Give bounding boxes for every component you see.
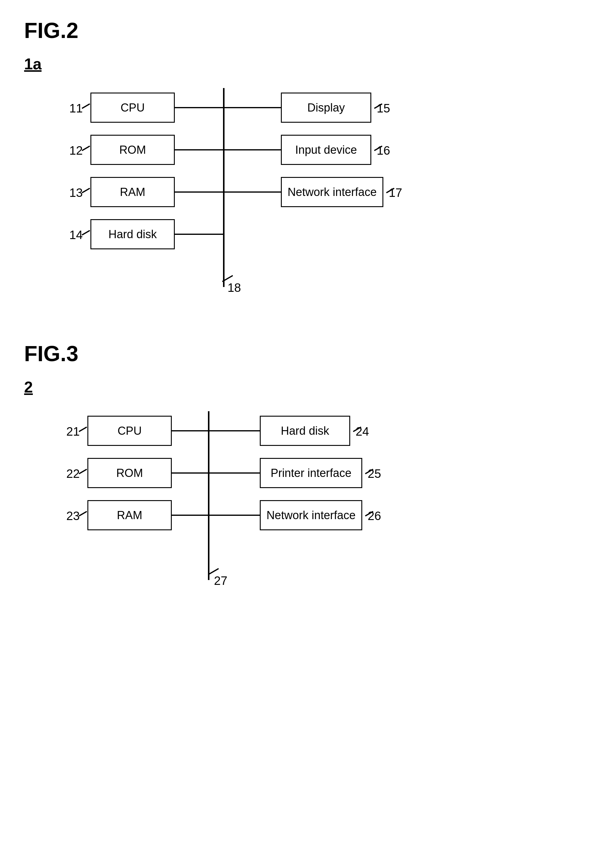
fig3-ref-23: 23 xyxy=(66,509,80,523)
fig3-bus-line xyxy=(208,411,209,580)
fig3-bus-ref: 27 xyxy=(214,574,228,587)
fig2-ref-11-tick xyxy=(82,104,90,109)
fig3-diagram: 27 21 CPU Hard disk 24 22 ROM Printer in… xyxy=(54,411,446,592)
fig2-diagram: 18 11 CPU Display 15 12 ROM Input device… xyxy=(54,88,446,305)
fig2-ref-12: 12 xyxy=(69,144,83,157)
fig3-harddisk-box: Hard disk xyxy=(260,416,350,446)
fig2-ram-connector xyxy=(175,191,224,193)
fig2-rom-box: ROM xyxy=(90,135,175,165)
fig2-ref-13: 13 xyxy=(69,186,83,200)
fig3-ref-23-tick xyxy=(79,511,87,516)
fig2-cpu-connector xyxy=(175,107,224,108)
fig2-display-box: Display xyxy=(281,93,371,123)
fig3-cpu-connector xyxy=(172,430,209,431)
fig2-harddisk-connector xyxy=(175,234,224,235)
fig2-ref-14-tick xyxy=(82,230,90,235)
figure-3-section: FIG.3 2 27 21 CPU Hard disk 24 22 ROM Pr… xyxy=(24,341,592,592)
fig2-harddisk-box: Hard disk xyxy=(90,219,175,249)
fig2-input-connector xyxy=(224,149,281,150)
fig3-netif-connector xyxy=(209,515,260,516)
fig3-rom-box: ROM xyxy=(87,458,172,488)
fig3-printerif-connector xyxy=(209,472,260,474)
fig3-title: FIG.3 xyxy=(24,341,592,366)
fig3-ref-25: 25 xyxy=(368,467,381,480)
fig3-harddisk-connector xyxy=(209,430,260,431)
fig3-ref-22: 22 xyxy=(66,467,80,480)
fig3-printerif-box: Printer interface xyxy=(260,458,362,488)
fig2-netif-box: Network interface xyxy=(281,177,383,207)
figure-2-section: FIG.2 1a 18 11 CPU Display 15 12 ROM xyxy=(24,18,592,305)
fig2-bus-ref: 18 xyxy=(228,281,241,294)
fig3-ref-21-tick xyxy=(79,427,87,432)
fig3-rom-connector xyxy=(172,472,209,474)
fig3-netif-box: Network interface xyxy=(260,500,362,530)
fig2-label: 1a xyxy=(24,55,42,73)
fig2-ref-16: 16 xyxy=(377,144,390,157)
fig3-ref-21: 21 xyxy=(66,425,80,438)
fig2-inputdevice-box: Input device xyxy=(281,135,371,165)
fig3-ref-22-tick xyxy=(79,469,87,474)
fig3-cpu-box: CPU xyxy=(87,416,172,446)
fig2-title: FIG.2 xyxy=(24,18,592,43)
fig3-ref-24: 24 xyxy=(356,425,369,438)
fig2-netif-connector xyxy=(224,191,281,193)
fig2-rom-connector xyxy=(175,149,224,150)
fig2-ref-17: 17 xyxy=(389,186,402,200)
fig2-ref-14: 14 xyxy=(69,228,83,242)
fig2-ref-11: 11 xyxy=(69,102,83,115)
fig2-ref-15: 15 xyxy=(377,102,390,115)
fig2-display-connector xyxy=(224,107,281,108)
fig3-ram-box: RAM xyxy=(87,500,172,530)
fig2-ref-12-tick xyxy=(82,146,90,151)
fig3-ram-connector xyxy=(172,515,209,516)
fig3-ref-26: 26 xyxy=(368,509,381,523)
fig2-ram-box: RAM xyxy=(90,177,175,207)
fig2-bus-line xyxy=(223,88,225,287)
fig2-ref-13-tick xyxy=(82,188,90,193)
fig2-cpu-box: CPU xyxy=(90,93,175,123)
fig3-label: 2 xyxy=(24,378,33,396)
